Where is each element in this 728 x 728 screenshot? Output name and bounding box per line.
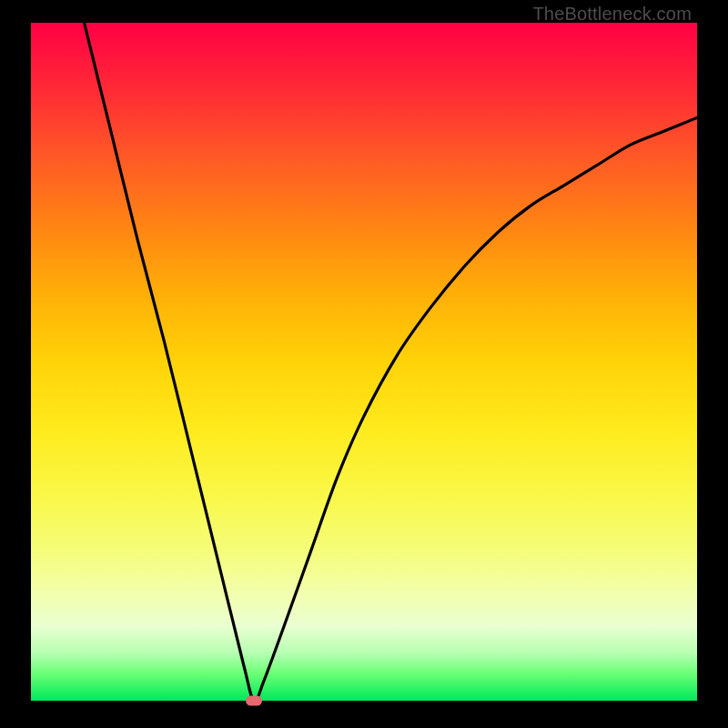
watermark-text: TheBottleneck.com — [532, 4, 692, 25]
chart-frame: TheBottleneck.com — [0, 0, 728, 728]
optimal-point-marker — [246, 696, 262, 706]
plot-area — [31, 23, 697, 701]
bottleneck-curve — [31, 23, 697, 701]
